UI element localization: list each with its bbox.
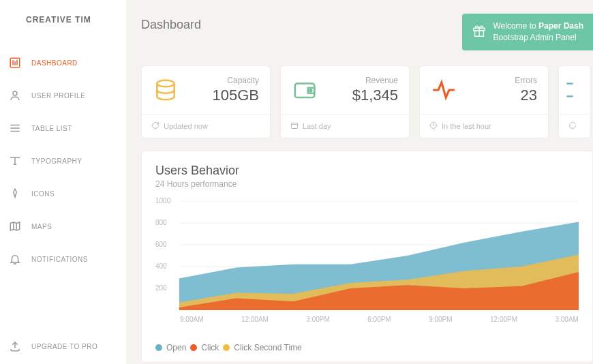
x-tick: 3:00PM [306,316,329,323]
typography-icon [8,154,22,168]
sidebar-item-label: NOTIFICATIONS [31,256,88,263]
legend-dot-click2 [223,344,230,351]
nav-list: DASHBOARD USER PROFILE TABLE LIST TYPOGR… [0,37,126,329]
user-icon [8,89,22,102]
sidebar-item-label: DASHBOARD [31,59,78,67]
upgrade-label: UPGRADE TO PRO [31,343,97,350]
sidebar-item-label: TYPOGRAPHY [31,157,82,165]
card-revenue: Revenue $1,345 Last day [280,65,410,138]
refresh-icon [568,121,577,131]
bell-icon [8,252,22,266]
x-axis-ticks: 9:00AM12:00AM3:00PM6:00PM9:00PM12:00PM3:… [155,316,579,323]
upload-icon [8,339,22,353]
y-tick: 1000 [155,197,170,204]
chart-title: Users Behavior [155,164,579,178]
sidebar-item-notifications[interactable]: NOTIFICATIONS [0,243,126,275]
page-title: Dashboard [141,18,462,32]
legend-dot-click [190,344,197,351]
welcome-banner[interactable]: Welcome to Paper Dash Bootstrap Admin Pa… [462,14,594,50]
legend-label-click: Click [201,343,219,352]
database-icon [151,76,180,104]
sidebar-item-typography[interactable]: TYPOGRAPHY [0,145,126,177]
header: Dashboard Welcome to Paper Dash Bootstra… [126,0,593,50]
svg-marker-10 [10,222,20,230]
main-content: Dashboard Welcome to Paper Dash Bootstra… [126,0,593,364]
sidebar-item-label: USER PROFILE [31,92,85,100]
y-tick: 200 [155,284,167,292]
refresh-icon [151,121,159,131]
svg-point-20 [309,89,311,91]
x-tick: 9:00AM [180,316,203,323]
legend-label-click2: Click Second Time [234,343,301,352]
svg-point-17 [157,80,174,87]
chart-area: 2004006008001000 9:00AM12:00AM3:00PM6:00… [155,201,579,324]
chart-legend: Open Click Click Second Time [155,343,579,352]
card-errors: Errors 23 In the last hour [419,65,549,138]
card-footer-text: Updated now [164,122,208,130]
x-tick: 12:00PM [490,316,517,323]
card-label: Revenue [324,76,398,85]
welcome-line-2: Bootstrap Admin Panel [493,32,584,44]
sliders-icon [8,56,22,70]
sidebar-item-dashboard[interactable]: DASHBOARD [0,46,126,79]
card-value: 105GB [185,87,259,104]
card-capacity: Capacity 105GB Updated now [141,65,271,138]
card-value: 23 [463,87,537,104]
area-chart [155,201,579,310]
sidebar-item-label: MAPS [31,223,52,230]
card-label: Capacity [185,76,259,85]
card-footer-text: In the last hour [442,122,491,130]
sidebar: CREATIVE TIM DASHBOARD USER PROFILE TABL… [0,0,126,364]
welcome-text: Welcome to Paper Dash Bootstrap Admin Pa… [493,20,584,44]
stat-cards: Capacity 105GB Updated now Revenue $1,34… [126,50,593,138]
card-label: Errors [463,76,537,85]
legend-label-open: Open [166,343,186,352]
map-icon [8,219,22,233]
sidebar-item-maps[interactable]: MAPS [0,210,126,243]
sidebar-item-label: ICONS [31,190,55,198]
partial-icon [564,76,575,104]
pulse-icon [429,76,458,104]
y-tick: 400 [155,262,167,270]
card-footer-text: Last day [303,122,331,130]
wallet-icon [290,76,319,104]
list-icon [8,121,22,135]
y-tick: 600 [155,241,167,248]
welcome-bold: Paper Dash [538,21,583,31]
chart-subtitle: 24 Hours performance [155,179,579,189]
x-tick: 9:00PM [429,316,452,323]
svg-rect-21 [292,123,298,128]
calendar-icon [290,121,299,131]
x-tick: 6:00PM [367,316,391,323]
upgrade-to-pro[interactable]: UPGRADE TO PRO [0,329,126,364]
x-tick: 12:00AM [241,316,269,323]
clock-icon [429,121,438,131]
card-value: $1,345 [324,87,398,104]
y-tick: 800 [155,219,167,226]
gift-icon [472,23,487,40]
sidebar-item-user-profile[interactable]: USER PROFILE [0,79,126,112]
welcome-line-1: Welcome to [493,21,538,31]
sidebar-item-icons[interactable]: ICONS [0,177,126,210]
sidebar-item-label: TABLE LIST [31,125,72,132]
x-tick: 3:00AM [555,316,578,323]
card-partial [558,65,591,138]
brand-title: CREATIVE TIM [0,0,126,37]
pen-icon [8,187,22,200]
sidebar-item-table-list[interactable]: TABLE LIST [0,112,126,145]
svg-point-4 [13,91,17,95]
chart-card: Users Behavior 24 Hours performance 2004… [141,151,593,363]
legend-dot-open [155,344,162,351]
